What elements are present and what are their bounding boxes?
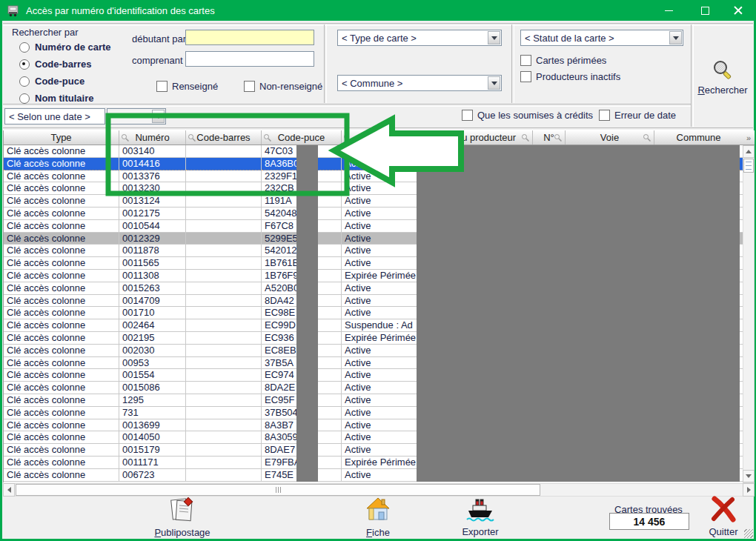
table-cell: Expirée Périmée — [342, 270, 417, 282]
table-cell: 0013699 — [119, 419, 186, 432]
table-cell: 002464 — [119, 319, 186, 332]
redaction-bar — [296, 145, 318, 482]
scroll-up-button[interactable] — [743, 145, 755, 158]
scroll-right-button[interactable] — [743, 483, 755, 497]
column-header-code-barres[interactable]: Code-barres — [186, 130, 262, 145]
table-cell — [186, 182, 262, 195]
column-header-numero[interactable]: Numéro — [119, 130, 186, 145]
statut-carte-select[interactable]: < Statut de la carte > — [520, 30, 683, 46]
non-renseigne-checkbox[interactable]: Non-renseigné — [244, 81, 322, 92]
column-header-commune[interactable]: Commune — [654, 130, 743, 145]
quitter-button[interactable]: Quitter — [703, 495, 744, 537]
renseigne-checkbox[interactable]: Renseigné — [156, 81, 218, 92]
table-cell: Active — [342, 208, 417, 220]
table-cell: Active — [342, 431, 417, 444]
chevron-down-icon[interactable] — [669, 31, 682, 44]
rechercher-button[interactable]: Rechercher — [692, 59, 754, 96]
table-cell — [186, 158, 262, 170]
column-header-label: Numéro — [135, 132, 169, 143]
chevron-down-icon[interactable] — [152, 110, 165, 123]
table-cell — [186, 319, 262, 332]
radio-circle — [19, 76, 30, 87]
comprenant-input[interactable] — [185, 51, 314, 67]
scroll-down-button[interactable] — [743, 470, 755, 482]
thumb-grip — [276, 487, 276, 493]
table-cell: Clé accès colonne — [4, 220, 119, 233]
house-icon — [365, 497, 391, 524]
cartes-trouvees-count: 14 456 — [609, 513, 689, 530]
thumb-grip — [746, 162, 752, 162]
table-cell — [186, 145, 262, 158]
column-header-voie[interactable]: Voie — [566, 130, 654, 145]
close-button[interactable] — [722, 0, 754, 21]
column-filter-icon[interactable] — [554, 133, 563, 142]
separator — [3, 23, 753, 26]
soumises-credits-checkbox[interactable]: Que les soumises à crédits — [462, 110, 593, 121]
debutant-input[interactable] — [185, 30, 314, 45]
column-header-no[interactable]: N° — [533, 130, 566, 145]
minimize-button[interactable] — [652, 0, 686, 21]
ship-icon — [465, 498, 495, 523]
maximize-button[interactable] — [689, 0, 722, 21]
scroll-left-button[interactable] — [3, 483, 15, 497]
thumb-grip — [746, 169, 752, 170]
column-header-type[interactable]: Type — [4, 130, 119, 145]
column-filter-icon[interactable] — [521, 133, 530, 142]
search-icon — [711, 59, 735, 82]
erreur-de-date-checkbox[interactable]: Erreur de date — [599, 110, 676, 121]
table-cell: 0011171 — [119, 457, 186, 469]
fiche-button[interactable]: Fiche — [360, 497, 396, 538]
chevron-down-icon[interactable] — [488, 76, 500, 90]
table-cell: Suspendue : Ad — [342, 319, 417, 332]
table-cell: Clé accès colonne — [4, 257, 119, 270]
close-icon — [734, 6, 743, 15]
table-cell — [186, 307, 262, 319]
table-cell — [186, 195, 262, 208]
exporter-button[interactable]: Exporter — [458, 498, 503, 537]
search-mode-radio-code-barres[interactable]: Code-barres — [19, 59, 92, 70]
rechercher-label: Rechercher — [692, 84, 754, 96]
exporter-label: Exporter — [458, 526, 503, 537]
column-filter-icon[interactable] — [263, 133, 272, 142]
search-mode-radio-code-puce[interactable]: Code-puce — [19, 76, 84, 87]
column-filter-icon[interactable] — [188, 133, 196, 142]
resize-grip[interactable] — [744, 529, 753, 538]
cartes-perimees-checkbox[interactable]: Cartes périmées — [520, 55, 606, 66]
table-cell: Clé accès colonne — [4, 158, 119, 170]
search-mode-radio-num-ro-de-carte[interactable]: Numéro de carte — [19, 42, 111, 53]
table-cell: 0014709 — [119, 295, 186, 308]
table-cell: 0012175 — [119, 208, 186, 220]
type-de-carte-select[interactable]: < Type de carte > — [337, 30, 502, 46]
column-filter-icon[interactable] — [343, 133, 352, 142]
column-header-producteur[interactable]: Nom du producteur — [417, 130, 533, 145]
selon-une-date-select[interactable]: < Selon une date > — [4, 108, 105, 125]
comprenant-label: comprenant — [132, 55, 182, 66]
non-renseigne-label: Non-renseigné — [259, 81, 322, 92]
vertical-scrollbar[interactable] — [743, 130, 755, 483]
column-header-statut[interactable] — [342, 130, 417, 145]
date-value-select[interactable] — [107, 108, 166, 125]
producteurs-inactifs-checkbox[interactable]: Producteurs inactifs — [520, 71, 620, 82]
redaction-block — [417, 145, 740, 482]
chevron-down-icon[interactable] — [488, 31, 500, 44]
column-filter-icon[interactable] — [121, 133, 130, 142]
table-cell: 0015179 — [119, 444, 186, 457]
table-cell: Active — [342, 220, 417, 233]
table-cell: Active — [342, 307, 417, 319]
table-cell — [186, 257, 262, 270]
table-cell — [186, 369, 262, 382]
column-header-code-puce[interactable]: Code-puce — [262, 130, 342, 145]
table-cell: Clé accès colonne — [4, 195, 119, 208]
horizontal-scroll-thumb[interactable] — [16, 484, 540, 496]
publipostage-button[interactable]: Publipostage — [148, 497, 216, 538]
column-chooser-button[interactable]: » — [743, 130, 755, 145]
vertical-scroll-thumb[interactable] — [743, 159, 754, 173]
cartes-perimees-label: Cartes périmées — [536, 55, 606, 66]
commune-select[interactable]: < Commune > — [337, 75, 502, 91]
search-mode-radio-nom-titulaire[interactable]: Nom titulaire — [19, 93, 93, 104]
radio-label: Code-puce — [35, 76, 84, 87]
table-cell: Clé accès colonne — [4, 419, 119, 432]
column-filter-icon[interactable] — [643, 133, 651, 142]
separator — [3, 104, 691, 107]
table-cell — [186, 457, 262, 469]
